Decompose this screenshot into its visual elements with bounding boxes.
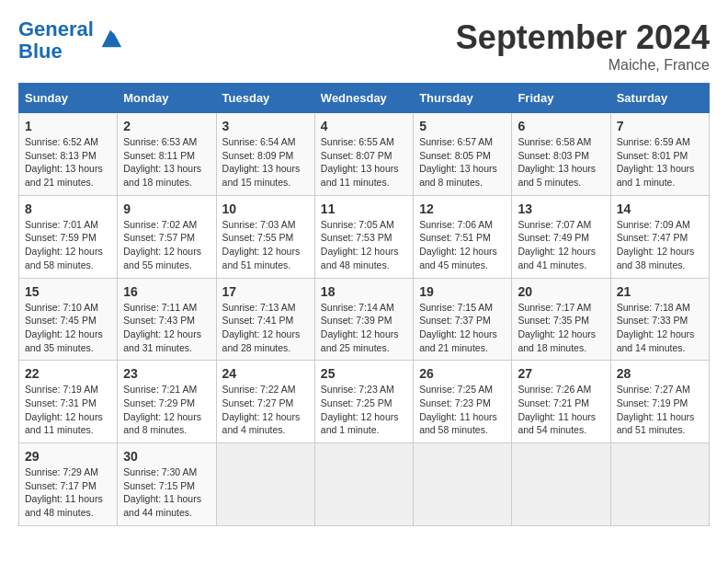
day-number: 1 <box>25 119 111 133</box>
svg-marker-0 <box>102 30 121 48</box>
day-info: Sunrise: 6:58 AMSunset: 8:03 PMDaylight:… <box>518 135 604 190</box>
calendar-cell: 30Sunrise: 7:30 AMSunset: 7:15 PMDayligh… <box>118 443 216 526</box>
calendar-cell: 15Sunrise: 7:10 AMSunset: 7:45 PMDayligh… <box>19 278 118 361</box>
calendar-cell: 12Sunrise: 7:06 AMSunset: 7:51 PMDayligh… <box>414 195 512 278</box>
day-number: 4 <box>321 119 407 133</box>
title-area: September 2024 Maiche, France <box>456 18 710 74</box>
day-info: Sunrise: 6:59 AMSunset: 8:01 PMDaylight:… <box>617 135 703 190</box>
calendar-cell <box>314 443 413 526</box>
calendar-cell <box>610 443 709 526</box>
calendar-cell: 19Sunrise: 7:15 AMSunset: 7:37 PMDayligh… <box>414 278 512 361</box>
calendar-cell: 9Sunrise: 7:02 AMSunset: 7:57 PMDaylight… <box>118 195 216 278</box>
calendar-cell: 13Sunrise: 7:07 AMSunset: 7:49 PMDayligh… <box>512 195 610 278</box>
day-info: Sunrise: 7:23 AMSunset: 7:25 PMDaylight:… <box>321 383 407 437</box>
day-number: 18 <box>321 284 407 299</box>
day-number: 25 <box>321 366 407 381</box>
calendar-cell: 3Sunrise: 6:54 AMSunset: 8:09 PMDaylight… <box>216 113 314 196</box>
day-number: 27 <box>518 366 604 381</box>
logo-line2: Blue <box>18 40 63 63</box>
calendar-header: SundayMondayTuesdayWednesdayThursdayFrid… <box>19 84 710 113</box>
day-number: 29 <box>25 449 111 464</box>
weekday-header-tuesday: Tuesday <box>216 84 314 113</box>
day-info: Sunrise: 7:09 AMSunset: 7:47 PMDaylight:… <box>617 218 703 272</box>
calendar-table: SundayMondayTuesdayWednesdayThursdayFrid… <box>18 83 710 526</box>
calendar-cell: 8Sunrise: 7:01 AMSunset: 7:59 PMDaylight… <box>19 195 118 278</box>
calendar-cell: 27Sunrise: 7:26 AMSunset: 7:21 PMDayligh… <box>512 361 610 443</box>
weekday-header-friday: Friday <box>512 84 610 113</box>
day-info: Sunrise: 7:01 AMSunset: 7:59 PMDaylight:… <box>25 218 111 272</box>
day-number: 13 <box>518 201 604 216</box>
calendar-week-2: 8Sunrise: 7:01 AMSunset: 7:59 PMDaylight… <box>19 195 710 278</box>
day-info: Sunrise: 7:02 AMSunset: 7:57 PMDaylight:… <box>123 218 210 272</box>
weekday-header-monday: Monday <box>118 84 216 113</box>
weekday-header-sunday: Sunday <box>19 84 118 113</box>
day-info: Sunrise: 7:25 AMSunset: 7:23 PMDaylight:… <box>419 383 506 437</box>
day-info: Sunrise: 7:06 AMSunset: 7:51 PMDaylight:… <box>419 218 506 272</box>
header: General Blue September 2024 Maiche, Fran… <box>18 18 710 74</box>
day-number: 24 <box>222 366 309 381</box>
logo: General Blue <box>18 18 123 63</box>
day-number: 30 <box>123 449 210 464</box>
weekday-header-saturday: Saturday <box>610 84 709 113</box>
day-number: 6 <box>518 119 604 133</box>
calendar-cell: 24Sunrise: 7:22 AMSunset: 7:27 PMDayligh… <box>216 361 314 443</box>
day-info: Sunrise: 7:29 AMSunset: 7:17 PMDaylight:… <box>25 465 111 520</box>
calendar-cell: 23Sunrise: 7:21 AMSunset: 7:29 PMDayligh… <box>118 361 216 443</box>
calendar-cell: 22Sunrise: 7:19 AMSunset: 7:31 PMDayligh… <box>19 361 118 443</box>
calendar-cell: 17Sunrise: 7:13 AMSunset: 7:41 PMDayligh… <box>216 278 314 361</box>
day-info: Sunrise: 7:13 AMSunset: 7:41 PMDaylight:… <box>222 301 309 355</box>
day-number: 11 <box>321 201 407 216</box>
day-info: Sunrise: 7:14 AMSunset: 7:39 PMDaylight:… <box>321 301 407 355</box>
day-info: Sunrise: 7:27 AMSunset: 7:19 PMDaylight:… <box>617 383 703 437</box>
day-info: Sunrise: 6:53 AMSunset: 8:11 PMDaylight:… <box>123 135 210 190</box>
day-info: Sunrise: 7:19 AMSunset: 7:31 PMDaylight:… <box>25 383 111 437</box>
month-year: September 2024 <box>456 18 710 57</box>
day-info: Sunrise: 7:18 AMSunset: 7:33 PMDaylight:… <box>617 301 703 355</box>
calendar-week-4: 22Sunrise: 7:19 AMSunset: 7:31 PMDayligh… <box>19 361 710 443</box>
location: Maiche, France <box>456 57 710 74</box>
day-number: 2 <box>123 119 210 133</box>
day-info: Sunrise: 7:11 AMSunset: 7:43 PMDaylight:… <box>123 301 210 355</box>
day-info: Sunrise: 7:05 AMSunset: 7:53 PMDaylight:… <box>321 218 407 272</box>
day-number: 5 <box>419 119 506 133</box>
day-info: Sunrise: 7:22 AMSunset: 7:27 PMDaylight:… <box>222 383 309 437</box>
day-info: Sunrise: 7:15 AMSunset: 7:37 PMDaylight:… <box>419 301 506 355</box>
day-info: Sunrise: 7:21 AMSunset: 7:29 PMDaylight:… <box>123 383 210 437</box>
day-number: 20 <box>518 284 604 299</box>
day-number: 16 <box>123 284 210 299</box>
day-number: 12 <box>419 201 506 216</box>
calendar-cell: 26Sunrise: 7:25 AMSunset: 7:23 PMDayligh… <box>414 361 512 443</box>
calendar-week-1: 1Sunrise: 6:52 AMSunset: 8:13 PMDaylight… <box>19 113 710 196</box>
day-number: 19 <box>419 284 506 299</box>
calendar-cell: 16Sunrise: 7:11 AMSunset: 7:43 PMDayligh… <box>118 278 216 361</box>
day-info: Sunrise: 7:10 AMSunset: 7:45 PMDaylight:… <box>25 301 111 355</box>
calendar-cell: 21Sunrise: 7:18 AMSunset: 7:33 PMDayligh… <box>610 278 709 361</box>
day-number: 8 <box>25 201 111 216</box>
day-info: Sunrise: 7:17 AMSunset: 7:35 PMDaylight:… <box>518 301 604 355</box>
calendar-cell: 2Sunrise: 6:53 AMSunset: 8:11 PMDaylight… <box>118 113 216 196</box>
calendar-cell: 1Sunrise: 6:52 AMSunset: 8:13 PMDaylight… <box>19 113 118 196</box>
calendar-cell: 28Sunrise: 7:27 AMSunset: 7:19 PMDayligh… <box>610 361 709 443</box>
calendar-cell: 5Sunrise: 6:57 AMSunset: 8:05 PMDaylight… <box>414 113 512 196</box>
day-info: Sunrise: 7:07 AMSunset: 7:49 PMDaylight:… <box>518 218 604 272</box>
calendar-week-5: 29Sunrise: 7:29 AMSunset: 7:17 PMDayligh… <box>19 443 710 526</box>
day-info: Sunrise: 7:26 AMSunset: 7:21 PMDaylight:… <box>518 383 604 437</box>
calendar-cell <box>414 443 512 526</box>
day-info: Sunrise: 7:30 AMSunset: 7:15 PMDaylight:… <box>123 465 210 520</box>
day-info: Sunrise: 6:55 AMSunset: 8:07 PMDaylight:… <box>321 135 407 190</box>
day-number: 14 <box>617 201 703 216</box>
day-number: 3 <box>222 119 309 133</box>
day-number: 10 <box>222 201 309 216</box>
day-number: 23 <box>123 366 210 381</box>
day-number: 17 <box>222 284 309 299</box>
calendar-cell: 25Sunrise: 7:23 AMSunset: 7:25 PMDayligh… <box>314 361 413 443</box>
day-info: Sunrise: 6:57 AMSunset: 8:05 PMDaylight:… <box>419 135 506 190</box>
calendar-week-3: 15Sunrise: 7:10 AMSunset: 7:45 PMDayligh… <box>19 278 710 361</box>
calendar-cell: 4Sunrise: 6:55 AMSunset: 8:07 PMDaylight… <box>314 113 413 196</box>
day-number: 28 <box>617 366 703 381</box>
day-info: Sunrise: 6:54 AMSunset: 8:09 PMDaylight:… <box>222 135 309 190</box>
day-number: 9 <box>123 201 210 216</box>
calendar-cell: 20Sunrise: 7:17 AMSunset: 7:35 PMDayligh… <box>512 278 610 361</box>
day-number: 7 <box>617 119 703 133</box>
day-info: Sunrise: 6:52 AMSunset: 8:13 PMDaylight:… <box>25 135 111 190</box>
